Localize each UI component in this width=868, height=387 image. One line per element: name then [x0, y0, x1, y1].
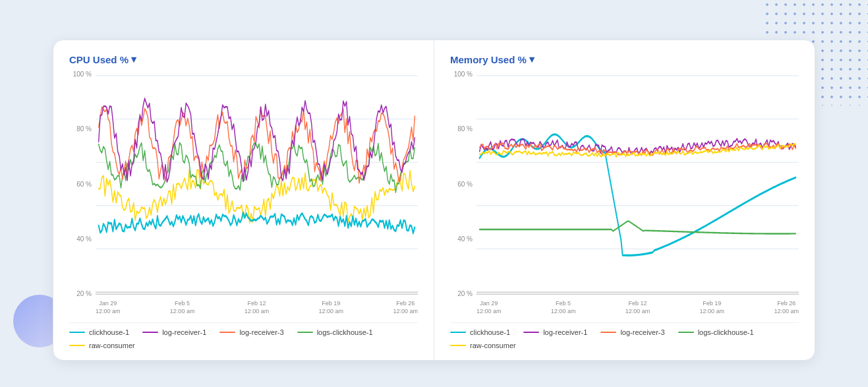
mem-y-40: 40 % [457, 235, 473, 243]
memory-title-chevron: ▾ [529, 53, 535, 65]
memory-svg-container [477, 71, 799, 297]
legend-item: clickhouse-1 [450, 328, 510, 336]
x-label: Feb 2612:00 am [774, 300, 799, 315]
legend-item: log-receiver-3 [600, 328, 664, 336]
mem-y-100: 100 % [454, 71, 473, 78]
cpu-legend: clickhouse-1log-receiver-1log-receiver-3… [69, 322, 418, 349]
x-label: Feb 1912:00 am [319, 300, 344, 315]
mem-y-80: 80 % [457, 125, 473, 133]
memory-title-text: Memory Used % [450, 54, 527, 65]
cpu-x-axis: Jan 2912:00 amFeb 512:00 amFeb 1212:00 a… [96, 297, 418, 316]
memory-y-axis: 100 % 80 % 60 % 40 % 20 % [450, 71, 475, 297]
x-label: Feb 512:00 am [170, 300, 195, 315]
cpu-title-text: CPU Used % [69, 54, 129, 65]
cpu-svg-container [96, 71, 418, 297]
memory-svg [477, 71, 799, 297]
memory-chart-panel: Memory Used % ▾ 100 % 80 % 60 % 40 % 20 … [434, 40, 815, 360]
x-label: Feb 1212:00 am [245, 300, 270, 315]
legend-item: raw-consumer [69, 342, 135, 349]
x-label: Feb 512:00 am [551, 300, 576, 315]
cpu-y-100: 100 % [73, 71, 92, 78]
x-label: Feb 1912:00 am [700, 300, 725, 315]
legend-item: logs-clickhouse-1 [297, 328, 373, 336]
legend-item: log-receiver-3 [219, 328, 283, 336]
x-label: Jan 2912:00 am [96, 300, 121, 315]
cpu-chart-area: 100 % 80 % 60 % 40 % 20 % Jan 2912:00 am… [69, 71, 418, 316]
mem-y-60: 60 % [457, 181, 473, 188]
memory-chart-title[interactable]: Memory Used % ▾ [450, 53, 799, 65]
cpu-chart-panel: CPU Used % ▾ 100 % 80 % 60 % 40 % 20 % J… [53, 40, 434, 360]
cpu-chart-title[interactable]: CPU Used % ▾ [69, 53, 418, 65]
legend-item: clickhouse-1 [69, 328, 129, 336]
x-label: Feb 1212:00 am [625, 300, 651, 315]
legend-item: raw-consumer [450, 342, 516, 349]
cpu-y-80: 80 % [76, 125, 92, 133]
x-label: Jan 2912:00 am [477, 300, 502, 315]
memory-legend: clickhouse-1log-receiver-1log-receiver-3… [450, 322, 799, 349]
memory-x-axis: Jan 2912:00 amFeb 512:00 amFeb 1212:00 a… [477, 297, 799, 316]
x-label: Feb 2612:00 am [393, 300, 418, 315]
cpu-svg [96, 71, 418, 297]
cpu-title-chevron: ▾ [131, 53, 136, 65]
cpu-y-axis: 100 % 80 % 60 % 40 % 20 % [69, 71, 94, 297]
legend-item: logs-clickhouse-1 [678, 328, 754, 336]
cpu-y-20: 20 % [76, 290, 92, 297]
legend-item: log-receiver-1 [523, 328, 587, 336]
main-dashboard-card: CPU Used % ▾ 100 % 80 % 60 % 40 % 20 % J… [53, 40, 815, 361]
cpu-y-40: 40 % [76, 235, 92, 243]
memory-chart-area: 100 % 80 % 60 % 40 % 20 % Jan 2912:00 am… [450, 71, 799, 316]
cpu-y-60: 60 % [76, 181, 92, 188]
mem-y-20: 20 % [457, 290, 473, 297]
legend-item: log-receiver-1 [142, 328, 206, 336]
